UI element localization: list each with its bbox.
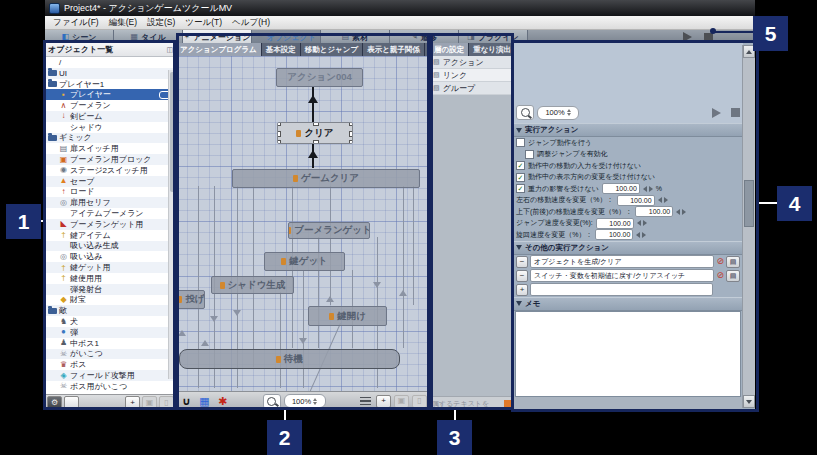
subtab-表示と親子関係[interactable]: 表示と親子関係 <box>363 43 425 56</box>
tree-item-剣ビーム[interactable]: ↓剣ビーム <box>45 111 176 122</box>
preview-zoom-button[interactable] <box>516 105 534 120</box>
tree-item-セーブ[interactable]: ▲セーブ <box>45 176 176 187</box>
tree-item-敵[interactable]: 敵 <box>45 305 176 316</box>
action-field[interactable]: スイッチ・変数を初期値に戻す/クリアスイッチ <box>530 269 714 282</box>
tree-item-財宝[interactable]: ◆財宝 <box>45 295 176 306</box>
flow-node-鍵開け[interactable]: 鍵開け <box>308 306 387 326</box>
checkbox[interactable] <box>525 150 534 159</box>
tree-item-ブーメラン用ブロック[interactable]: ▣ブーメラン用ブロック <box>45 154 176 165</box>
tree-item-ブーメラン[interactable]: ∧ブーメラン <box>45 100 176 111</box>
value-input[interactable]: 100.00 <box>596 218 634 229</box>
tab-オブジェクト[interactable]: ▣オブジェクト <box>252 30 321 44</box>
selection-handle[interactable] <box>349 122 353 126</box>
settings-scrollbar[interactable] <box>742 45 755 408</box>
edit-action-button[interactable]: ▤ <box>726 256 740 268</box>
flow-node-クリア[interactable]: クリア <box>277 122 353 144</box>
increment-icon[interactable] <box>643 220 647 226</box>
memo-header[interactable]: メモ <box>513 297 743 311</box>
decrement-icon[interactable] <box>637 220 641 226</box>
tab-遷移[interactable]: ✎遷移 <box>390 30 459 44</box>
new-action-field[interactable] <box>530 283 713 296</box>
value-input[interactable]: 100.00 <box>602 183 640 194</box>
settings-gear-icon[interactable]: ⚙ <box>47 396 62 409</box>
zoom-level[interactable]: 100% <box>284 394 326 408</box>
tree-item-吸い込み[interactable]: ◎吸い込み <box>45 251 176 262</box>
zoom-button[interactable] <box>263 394 281 409</box>
preview-play-icon[interactable] <box>712 108 721 118</box>
flow-node-シャドウ生成[interactable]: シャドウ生成 <box>211 276 294 294</box>
tree-item-吸い込み生成[interactable]: 吸い込み生成 <box>45 241 176 252</box>
tree-item-フィールド攻撃用[interactable]: ◈フィールド攻撃用 <box>45 370 176 381</box>
tree-item-弾[interactable]: ●弾 <box>45 327 176 338</box>
preview-stop-icon[interactable] <box>731 108 740 117</box>
tree-item-弾発射台[interactable]: 弾発射台 <box>45 284 176 295</box>
menu-item-1[interactable]: 編集(E) <box>104 17 142 29</box>
copy-node-button[interactable]: ▣ <box>394 395 409 408</box>
add-object-button[interactable]: + <box>125 396 140 409</box>
tree-item-/[interactable]: / <box>45 57 176 68</box>
menu-item-0[interactable]: ファイル(F) <box>48 17 104 29</box>
selection-handle[interactable] <box>349 131 353 137</box>
decrement-icon[interactable] <box>636 232 640 238</box>
selection-handle[interactable] <box>277 122 281 126</box>
selection-handle[interactable] <box>313 122 319 126</box>
action-field[interactable]: オブジェクトを生成/クリア <box>530 255 714 268</box>
decrement-icon[interactable] <box>643 186 647 192</box>
tree-item-アイテムブーメラン[interactable]: アイテムブーメラン <box>45 208 176 219</box>
magnet-tool-icon[interactable]: ∪ <box>179 395 194 408</box>
parts-tab-重なり演出[interactable]: 重なり演出 <box>469 43 513 56</box>
menu-item-2[interactable]: 設定(S) <box>142 17 180 29</box>
tree-item-ギミック[interactable]: ギミック <box>45 133 176 144</box>
parts-item-リンク[interactable]: ▧リンク <box>430 69 513 82</box>
parts-item-グループ[interactable]: ▧グループ <box>430 82 513 95</box>
remove-action-button[interactable]: − <box>516 270 528 282</box>
grid-tool-icon[interactable]: ▦ <box>197 395 212 408</box>
value-input[interactable]: 100.00 <box>595 229 633 240</box>
preview-zoom-level[interactable]: 100% <box>537 106 579 120</box>
remove-action-button[interactable]: − <box>516 256 528 268</box>
parts-item-アクション[interactable]: ▧アクション <box>430 56 513 69</box>
value-spinner[interactable] <box>637 220 647 226</box>
zoom-spinner[interactable] <box>313 398 317 405</box>
edit-action-button[interactable]: ▤ <box>726 270 740 282</box>
tree-item-ボス[interactable]: ♛ボス <box>45 359 176 370</box>
tree-item-ブーメランゲット用[interactable]: ◣ブーメランゲット用 <box>45 219 176 230</box>
checkbox[interactable] <box>516 138 525 147</box>
tab-アニメーション[interactable]: ✶アニメーション <box>183 30 252 44</box>
flow-node-ブーメランゲット[interactable]: ブーメランゲット <box>288 222 370 239</box>
value-spinner[interactable] <box>658 197 668 203</box>
subtab-移動とジャンプ[interactable]: 移動とジャンプ <box>301 43 363 56</box>
increment-icon[interactable] <box>664 197 668 203</box>
menu-item-3[interactable]: ツール(T) <box>180 17 227 29</box>
tab-素材[interactable]: ▤素材 <box>321 30 390 44</box>
flow-node-投げ[interactable]: 投げ <box>177 290 205 309</box>
decrement-icon[interactable] <box>658 197 662 203</box>
tab-タイル[interactable]: ▦タイル <box>114 30 183 44</box>
value-spinner[interactable] <box>676 209 686 215</box>
tree-item-UI[interactable]: UI <box>45 68 176 79</box>
flow-node-鍵ゲット[interactable]: 鍵ゲット <box>264 252 345 271</box>
tree-item-犬[interactable]: ♞犬 <box>45 316 176 327</box>
selection-handle[interactable] <box>349 140 353 144</box>
selection-handle[interactable] <box>277 140 281 144</box>
tree-item-扉スイッチ用[interactable]: ▤扉スイッチ用 <box>45 143 176 154</box>
increment-icon[interactable] <box>682 209 686 215</box>
checkbox[interactable]: ✓ <box>516 184 525 193</box>
tab-プラグイン[interactable]: ◨プラグイン <box>459 30 528 44</box>
tab-シーン[interactable]: ◧シーン <box>45 30 114 44</box>
value-spinner[interactable] <box>643 186 653 192</box>
flow-node-アクション004[interactable]: アクション004 <box>276 68 363 87</box>
tree-item-扉用セリフ[interactable]: ◎扉用セリフ <box>45 197 176 208</box>
flow-node-ゲームクリア[interactable]: ゲームクリア <box>232 169 420 188</box>
zoom-spinner[interactable] <box>567 109 571 116</box>
parts-tab-層の設定[interactable]: 層の設定 <box>430 43 469 56</box>
tree-item-鍵ゲット用[interactable]: †鍵ゲット用 <box>45 262 176 273</box>
value-input[interactable]: 100.00 <box>617 195 655 206</box>
blank-view-button[interactable] <box>64 396 79 409</box>
tree-item-ボス用がいこつ[interactable]: ☠ボス用がいこつ <box>45 381 176 392</box>
tree-item-鍵アイテム[interactable]: †鍵アイテム <box>45 230 176 241</box>
checkbox[interactable]: ✓ <box>516 161 525 170</box>
value-input[interactable]: 100.00 <box>635 206 673 217</box>
increment-icon[interactable] <box>649 186 653 192</box>
memo-textarea[interactable] <box>515 311 741 398</box>
